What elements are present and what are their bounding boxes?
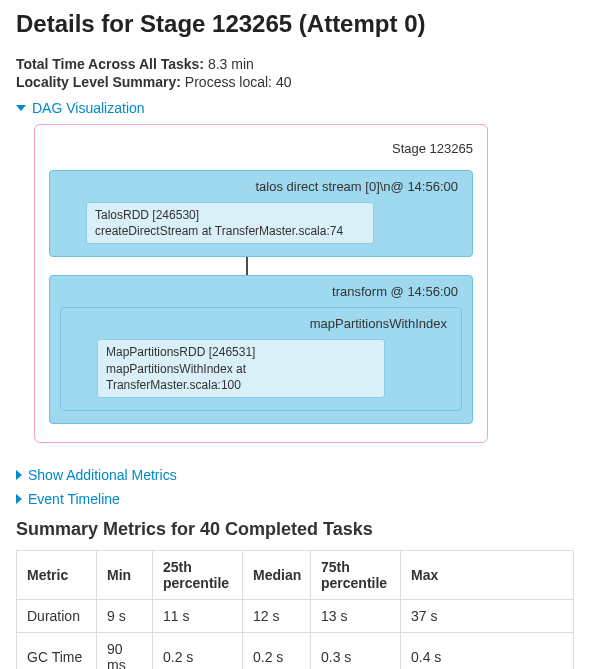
cell-min: 90 ms xyxy=(97,632,153,669)
cell-max: 0.4 s xyxy=(401,632,574,669)
chevron-right-icon xyxy=(16,470,22,480)
col-p25[interactable]: 25th percentile xyxy=(153,550,243,599)
cell-p75: 0.3 s xyxy=(311,632,401,669)
col-metric[interactable]: Metric xyxy=(17,550,97,599)
locality-value: Process local: 40 xyxy=(185,74,292,90)
dag-block-transform: transform @ 14:56:00 mapPartitionsWithIn… xyxy=(49,275,473,424)
locality-line: Locality Level Summary: Process local: 4… xyxy=(16,74,574,90)
dag-inner-mappartitionswithindex: mapPartitionsWithIndex MapPartitionsRDD … xyxy=(60,307,462,411)
summary-metrics-title: Summary Metrics for 40 Completed Tasks xyxy=(16,519,574,540)
chevron-right-icon xyxy=(16,494,22,504)
cell-min: 9 s xyxy=(97,599,153,632)
cell-metric: Duration xyxy=(17,599,97,632)
dag-visualization-toggle[interactable]: DAG Visualization xyxy=(16,100,574,116)
cell-p25: 0.2 s xyxy=(153,632,243,669)
table-row: GC Time 90 ms 0.2 s 0.2 s 0.3 s 0.4 s xyxy=(17,632,574,669)
cell-max: 37 s xyxy=(401,599,574,632)
cell-metric: GC Time xyxy=(17,632,97,669)
dag-visualization-label: DAG Visualization xyxy=(32,100,145,116)
summary-metrics-table: Metric Min 25th percentile Median 75th p… xyxy=(16,550,574,669)
dag-block2-label: transform @ 14:56:00 xyxy=(60,284,462,299)
total-time-value: 8.3 min xyxy=(208,56,254,72)
dag-rdd-talosrdd-src: createDirectStream at TransferMaster.sca… xyxy=(95,223,365,239)
col-min[interactable]: Min xyxy=(97,550,153,599)
dag-block-talos-direct-stream: talos direct stream [0]\n@ 14:56:00 Talo… xyxy=(49,170,473,257)
event-timeline-toggle[interactable]: Event Timeline xyxy=(16,491,574,507)
col-max[interactable]: Max xyxy=(401,550,574,599)
dag-inner-label: mapPartitionsWithIndex xyxy=(71,316,451,331)
chevron-down-icon xyxy=(16,105,26,111)
dag-rdd-talosrdd[interactable]: TalosRDD [246530] createDirectStream at … xyxy=(86,202,374,244)
locality-label: Locality Level Summary: xyxy=(16,74,181,90)
page-title: Details for Stage 123265 (Attempt 0) xyxy=(16,10,574,38)
dag-block1-label: talos direct stream [0]\n@ 14:56:00 xyxy=(60,179,462,194)
dag-visualization-panel: Stage 123265 talos direct stream [0]\n@ … xyxy=(34,124,488,443)
dag-rdd-talosrdd-title: TalosRDD [246530] xyxy=(95,207,365,223)
dag-rdd-mappartitionsrdd-src: mapPartitionsWithIndex at TransferMaster… xyxy=(106,361,376,393)
dag-stage-label: Stage 123265 xyxy=(49,141,473,156)
cell-p75: 13 s xyxy=(311,599,401,632)
cell-median: 0.2 s xyxy=(243,632,311,669)
col-median[interactable]: Median xyxy=(243,550,311,599)
cell-p25: 11 s xyxy=(153,599,243,632)
dag-rdd-mappartitionsrdd[interactable]: MapPartitionsRDD [246531] mapPartitionsW… xyxy=(97,339,385,398)
total-time-label: Total Time Across All Tasks: xyxy=(16,56,204,72)
event-timeline-label: Event Timeline xyxy=(28,491,120,507)
col-p75[interactable]: 75th percentile xyxy=(311,550,401,599)
table-header-row: Metric Min 25th percentile Median 75th p… xyxy=(17,550,574,599)
total-time-line: Total Time Across All Tasks: 8.3 min xyxy=(16,56,574,72)
show-additional-metrics-label: Show Additional Metrics xyxy=(28,467,177,483)
table-row: Duration 9 s 11 s 12 s 13 s 37 s xyxy=(17,599,574,632)
show-additional-metrics-toggle[interactable]: Show Additional Metrics xyxy=(16,467,574,483)
cell-median: 12 s xyxy=(243,599,311,632)
dag-rdd-mappartitionsrdd-title: MapPartitionsRDD [246531] xyxy=(106,344,376,360)
